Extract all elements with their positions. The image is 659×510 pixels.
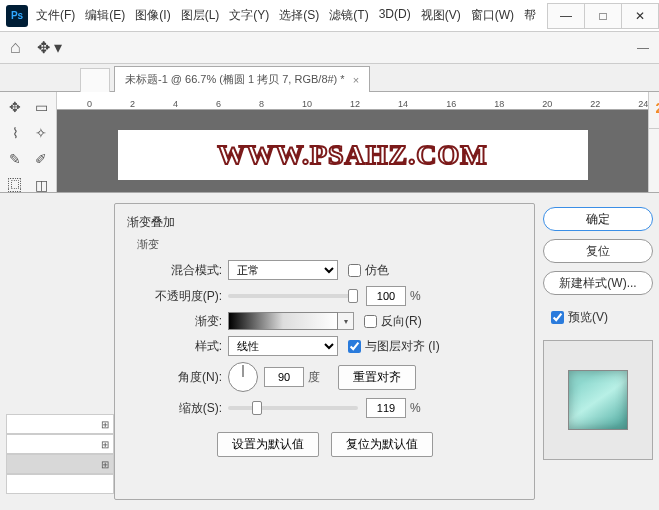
preview-swatch bbox=[568, 370, 628, 430]
menu-view[interactable]: 视图(V) bbox=[421, 7, 461, 24]
main-menu: 文件(F) 编辑(E) 图像(I) 图层(L) 文字(Y) 选择(S) 滤镜(T… bbox=[36, 7, 536, 24]
style-select[interactable]: 线性 bbox=[228, 336, 338, 356]
tick: 20 bbox=[542, 99, 552, 109]
gradient-label: 渐变: bbox=[127, 313, 222, 330]
menu-help[interactable]: 帮 bbox=[524, 7, 536, 24]
align-label: 与图层对齐 (I) bbox=[365, 338, 440, 355]
menu-layer[interactable]: 图层(L) bbox=[181, 7, 220, 24]
new-style-button[interactable]: 新建样式(W)... bbox=[543, 271, 653, 295]
opacity-input[interactable] bbox=[366, 286, 406, 306]
reverse-label: 反向(R) bbox=[381, 313, 422, 330]
angle-dial[interactable] bbox=[228, 362, 258, 392]
artboard-tool[interactable]: ▭ bbox=[30, 96, 52, 118]
tick: 18 bbox=[494, 99, 504, 109]
tick: 4 bbox=[173, 99, 178, 109]
style-row-selected[interactable]: ⊞ bbox=[6, 454, 114, 474]
maximize-button[interactable]: □ bbox=[584, 3, 622, 29]
reset-default-button[interactable]: 复位为默认值 bbox=[331, 432, 433, 457]
eyedrop-tool[interactable]: ✎ bbox=[4, 148, 26, 170]
angle-input[interactable] bbox=[264, 367, 304, 387]
close-tab-icon[interactable]: × bbox=[353, 74, 359, 86]
panel-number: 2.5 bbox=[655, 100, 659, 116]
style-label: 样式: bbox=[127, 338, 222, 355]
dither-checkbox[interactable] bbox=[348, 264, 361, 277]
tick: 0 bbox=[87, 99, 92, 109]
style-row[interactable] bbox=[6, 474, 114, 494]
ok-button[interactable]: 确定 bbox=[543, 207, 653, 231]
minimize-button[interactable]: — bbox=[547, 3, 585, 29]
menu-filter[interactable]: 滤镜(T) bbox=[329, 7, 368, 24]
cancel-button[interactable]: 复位 bbox=[543, 239, 653, 263]
tick: 6 bbox=[216, 99, 221, 109]
menu-window[interactable]: 窗口(W) bbox=[471, 7, 514, 24]
move-tool-icon[interactable]: ✥ ▾ bbox=[37, 38, 62, 57]
tick: 2 bbox=[130, 99, 135, 109]
gradient-swatch[interactable] bbox=[228, 312, 338, 330]
deg-label: 度 bbox=[308, 369, 320, 386]
dialog-actions: 确定 复位 新建样式(W)... 预览(V) bbox=[535, 203, 653, 500]
section-sub: 渐变 bbox=[137, 237, 522, 252]
scale-input[interactable] bbox=[366, 398, 406, 418]
gradient-dropdown-icon[interactable]: ▾ bbox=[338, 312, 354, 330]
menu-type[interactable]: 文字(Y) bbox=[229, 7, 269, 24]
tab-title: 未标题-1 @ 66.7% (椭圆 1 拷贝 7, RGB/8#) * bbox=[125, 72, 345, 87]
reverse-checkbox[interactable] bbox=[364, 315, 377, 328]
preview-label: 预览(V) bbox=[568, 309, 608, 326]
empty-tab[interactable] bbox=[80, 68, 110, 92]
scale-label: 缩放(S): bbox=[127, 400, 222, 417]
gradient-overlay-form: 渐变叠加 渐变 混合模式: 正常 仿色 不透明度(P): % 渐变: ▾ 反向(… bbox=[114, 203, 535, 500]
tick: 10 bbox=[302, 99, 312, 109]
preview-box bbox=[543, 340, 653, 460]
align-checkbox[interactable] bbox=[348, 340, 361, 353]
wand-tool[interactable]: ✧ bbox=[30, 122, 52, 144]
tick: 12 bbox=[350, 99, 360, 109]
collapse-icon[interactable]: — bbox=[637, 41, 649, 55]
pct-label: % bbox=[410, 289, 421, 303]
reset-align-button[interactable]: 重置对齐 bbox=[338, 365, 416, 390]
brush-tool[interactable]: ✐ bbox=[30, 148, 52, 170]
ps-logo: Ps bbox=[6, 5, 28, 27]
style-row[interactable]: ⊞ bbox=[6, 434, 114, 454]
section-header: 渐变叠加 bbox=[127, 214, 522, 231]
style-row[interactable]: ⊞ bbox=[6, 414, 114, 434]
opacity-slider[interactable] bbox=[228, 294, 358, 298]
tool-palette: ✥ ▭ ⌇ ✧ ✎ ✐ ⿴ ◫ bbox=[0, 92, 57, 192]
scale-slider[interactable] bbox=[228, 406, 358, 410]
right-panel: 2.5 ▦ ❐ bbox=[648, 92, 659, 192]
layer-style-dialog: ⊞ ⊞ ⊞ 渐变叠加 渐变 混合模式: 正常 仿色 不透明度(P): % 渐变:… bbox=[0, 192, 659, 510]
menu-file[interactable]: 文件(F) bbox=[36, 7, 75, 24]
ruler-horizontal: 0 2 4 6 8 10 12 14 16 18 20 22 24 bbox=[57, 92, 648, 110]
menu-3d[interactable]: 3D(D) bbox=[379, 7, 411, 24]
document-tab[interactable]: 未标题-1 @ 66.7% (椭圆 1 拷贝 7, RGB/8#) * × bbox=[114, 66, 370, 92]
pct-label: % bbox=[410, 401, 421, 415]
tick: 24 bbox=[638, 99, 648, 109]
style-list: ⊞ ⊞ ⊞ bbox=[6, 203, 114, 500]
canvas-area[interactable]: WWW.PSAHZ.COM bbox=[57, 110, 648, 192]
dither-label: 仿色 bbox=[365, 262, 389, 279]
tick: 16 bbox=[446, 99, 456, 109]
opacity-label: 不透明度(P): bbox=[127, 288, 222, 305]
move-tool[interactable]: ✥ bbox=[4, 96, 26, 118]
blend-mode-select[interactable]: 正常 bbox=[228, 260, 338, 280]
preview-checkbox[interactable] bbox=[551, 311, 564, 324]
menu-edit[interactable]: 编辑(E) bbox=[85, 7, 125, 24]
menu-select[interactable]: 选择(S) bbox=[279, 7, 319, 24]
menu-image[interactable]: 图像(I) bbox=[135, 7, 170, 24]
blend-mode-label: 混合模式: bbox=[127, 262, 222, 279]
angle-label: 角度(N): bbox=[127, 369, 222, 386]
tick: 8 bbox=[259, 99, 264, 109]
close-button[interactable]: ✕ bbox=[621, 3, 659, 29]
tick: 22 bbox=[590, 99, 600, 109]
tick: 14 bbox=[398, 99, 408, 109]
watermark-text: WWW.PSAHZ.COM bbox=[217, 139, 487, 171]
set-default-button[interactable]: 设置为默认值 bbox=[217, 432, 319, 457]
document-page: WWW.PSAHZ.COM bbox=[118, 130, 588, 180]
lasso-tool[interactable]: ⌇ bbox=[4, 122, 26, 144]
home-icon[interactable]: ⌂ bbox=[10, 37, 21, 58]
